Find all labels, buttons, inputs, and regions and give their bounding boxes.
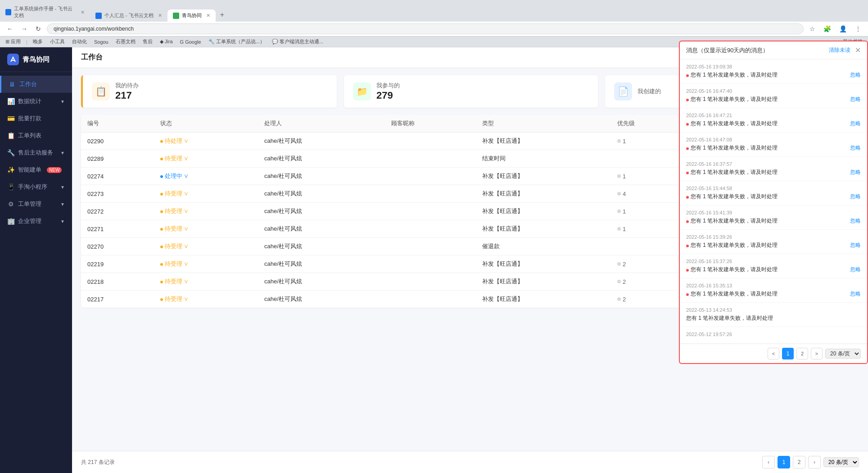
cell-status[interactable]: 待处理 ∨ xyxy=(154,132,258,150)
cell-status[interactable]: 待受理 ∨ xyxy=(154,203,258,220)
page-1-btn[interactable]: 1 xyxy=(778,456,790,468)
msg-ignore-button[interactable]: 忽略 xyxy=(850,266,861,273)
cell-status[interactable]: 待受理 ∨ xyxy=(154,220,258,238)
msg-dot xyxy=(686,74,689,77)
bookmark-tools[interactable]: 小工具 xyxy=(48,38,67,45)
sidebar: 青鸟协同 🖥 工作台 📊 数据统计 ▼ 💳 批量打款 📋 工单列表 🔧 xyxy=(0,47,72,473)
sidebar-item-data-stats[interactable]: 📊 数据统计 ▼ xyxy=(0,93,72,110)
sidebar-item-batch-print[interactable]: 💳 批量打款 xyxy=(0,110,72,127)
tab2-label: 个人汇总 - 飞书云文档 xyxy=(104,12,154,19)
msg-prev-btn[interactable]: < xyxy=(768,348,779,359)
msg-clear-button[interactable]: 清除未读 xyxy=(829,46,850,54)
cell-status[interactable]: 处理中 ∨ xyxy=(154,168,258,185)
priority-dot xyxy=(617,174,621,178)
msg-dot xyxy=(686,99,689,101)
msg-page-size[interactable]: 20 条/页 xyxy=(825,349,861,359)
cell-handler: cahe/杜可风炫 xyxy=(258,220,385,238)
status-dot xyxy=(160,228,163,231)
cell-status[interactable]: 待受理 ∨ xyxy=(154,255,258,273)
tab-1[interactable]: 工单系统操作手册 - 飞书云文档 ✕ xyxy=(0,3,90,22)
back-button[interactable]: ← xyxy=(5,24,15,33)
cell-status[interactable]: 待受理 ∨ xyxy=(154,291,258,308)
menu-button[interactable]: ⋮ xyxy=(853,24,863,33)
cell-type: 补发【旺店通】 xyxy=(476,203,611,220)
involved-value: 279 xyxy=(376,90,400,101)
priority-dot xyxy=(617,280,621,283)
extensions-button[interactable]: 🧩 xyxy=(821,24,833,33)
msg-text: 您有 1 笔补发建单失败，请及时处理 xyxy=(686,290,778,298)
sidebar-item-ticket-mgmt[interactable]: ⚙ 工单管理 ▼ xyxy=(0,196,72,213)
next-page-btn[interactable]: › xyxy=(808,456,821,468)
tab1-close[interactable]: ✕ xyxy=(81,9,85,15)
bookmark-shimo[interactable]: 石墨文档 xyxy=(114,38,137,45)
page-size-select[interactable]: 20 条/页 50 条/页 xyxy=(823,457,859,467)
msg-dot xyxy=(686,245,689,247)
msg-item: 2022-05-16 15:35:13 您有 1 笔补发建单失败，请及时处理 忽… xyxy=(680,278,867,303)
bookmark-customer[interactable]: 💬 客户端消息主动通... xyxy=(270,38,325,45)
tab2-close[interactable]: ✕ xyxy=(158,13,162,18)
url-input[interactable]: qingniao.1yangai.com/workbench xyxy=(47,23,804,34)
msg-ignore-button[interactable]: 忽略 xyxy=(850,241,861,249)
bookmark-google[interactable]: G Google xyxy=(178,39,203,45)
msg-ignore-button[interactable]: 忽略 xyxy=(850,168,861,176)
msg-ignore-button[interactable]: 忽略 xyxy=(850,96,861,103)
ticket-mgmt-icon: ⚙ xyxy=(7,200,14,208)
msg-item: 2022-05-12 19:57:26 xyxy=(680,327,867,344)
sidebar-item-ticket-list[interactable]: 📋 工单列表 xyxy=(0,127,72,144)
bookmark-shouhou[interactable]: 售后 xyxy=(141,38,154,45)
msg-time: 2022-05-16 15:44:58 xyxy=(686,186,861,191)
msg-dot xyxy=(686,196,689,199)
cell-customer xyxy=(385,132,476,150)
cell-status[interactable]: 待受理 ∨ xyxy=(154,185,258,203)
sidebar-item-taobao-mini[interactable]: 📱 手淘小程序 ▼ xyxy=(0,178,72,196)
enterprise-icon: 🏢 xyxy=(7,218,14,225)
msg-ignore-button[interactable]: 忽略 xyxy=(850,217,861,225)
msg-ignore-button[interactable]: 忽略 xyxy=(850,120,861,127)
tab-3[interactable]: 青鸟协同 ✕ xyxy=(167,9,216,22)
msg-page-1[interactable]: 1 xyxy=(782,348,794,359)
bookmark-auto[interactable]: 自动化 xyxy=(70,38,89,45)
msg-close-button[interactable]: ✕ xyxy=(855,46,861,55)
cell-status[interactable]: 待受理 ∨ xyxy=(154,238,258,255)
new-tab-button[interactable]: + xyxy=(216,8,229,22)
status-dot xyxy=(160,193,163,196)
page-2-btn[interactable]: 2 xyxy=(793,456,805,468)
sidebar-item-enterprise[interactable]: 🏢 企业管理 ▼ xyxy=(0,213,72,230)
cell-handler: cahe/杜可风炫 xyxy=(258,255,385,273)
profile-button[interactable]: 👤 xyxy=(837,24,849,33)
cell-priority: 1 xyxy=(611,220,687,238)
stat-todo[interactable]: 📋 我的待办 217 xyxy=(81,75,337,108)
stat-involved[interactable]: 📁 我参与的 279 xyxy=(344,75,598,108)
tab3-close[interactable]: ✕ xyxy=(206,13,210,18)
tab-2[interactable]: 个人汇总 - 飞书云文档 ✕ xyxy=(90,9,167,22)
sidebar-item-smart-ticket[interactable]: ✨ 智能建单 NEW xyxy=(0,161,72,178)
msg-ignore-button[interactable]: 忽略 xyxy=(850,193,861,200)
reload-button[interactable]: ↻ xyxy=(33,24,43,33)
bookmark-wan[interactable]: 晚多 xyxy=(31,38,45,45)
cell-status[interactable]: 待受理 ∨ xyxy=(154,273,258,291)
bookmark-apps[interactable]: ⊞ 应用 xyxy=(4,38,23,45)
msg-time: 2022-05-16 15:37:26 xyxy=(686,259,861,264)
msg-ignore-button[interactable]: 忽略 xyxy=(850,290,861,298)
msg-page-2[interactable]: 2 xyxy=(796,348,808,359)
msg-next-btn[interactable]: > xyxy=(811,348,823,359)
sidebar-item-after-sales[interactable]: 🔧 售后主动服务 ▼ xyxy=(0,144,72,161)
msg-ignore-button[interactable]: 忽略 xyxy=(850,144,861,152)
bookmark-workorder[interactable]: 🔧 工单系统（产品说...） xyxy=(207,38,267,45)
forward-button[interactable]: → xyxy=(19,24,30,33)
msg-time: 2022-05-12 19:57:26 xyxy=(686,332,861,337)
bookmark-button[interactable]: ☆ xyxy=(807,24,818,33)
col-handler: 处理人 xyxy=(258,115,385,132)
col-priority: 优先级 xyxy=(611,115,687,132)
bookmark-sogou[interactable]: Sogou xyxy=(92,39,110,45)
logo-text: 青鸟协同 xyxy=(23,55,50,64)
cell-status[interactable]: 待受理 ∨ xyxy=(154,150,258,168)
prev-page-btn[interactable]: ‹ xyxy=(762,456,775,468)
sidebar-item-workbench[interactable]: 🖥 工作台 xyxy=(0,76,72,93)
cell-type: 补发【旺店通】 xyxy=(476,220,611,238)
msg-ignore-button[interactable]: 忽略 xyxy=(850,71,861,79)
msg-dot xyxy=(686,220,689,223)
msg-time: 2022-05-16 19:09:38 xyxy=(686,64,861,69)
cell-customer xyxy=(385,255,476,273)
bookmark-jira[interactable]: ◆ Jira xyxy=(158,38,175,45)
